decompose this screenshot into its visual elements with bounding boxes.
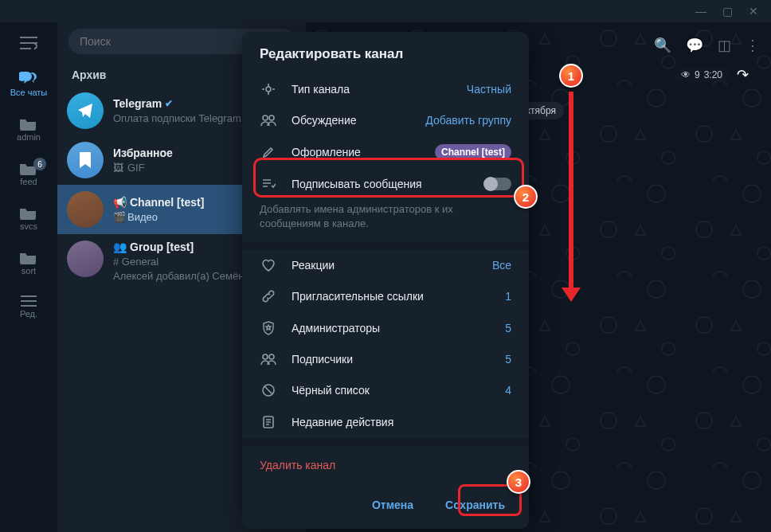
lock-icon — [260, 82, 277, 96]
video-icon: 🎬 — [113, 211, 124, 223]
log-icon — [260, 415, 277, 429]
save-button[interactable]: Сохранить — [432, 492, 518, 518]
close-button[interactable]: ✕ — [749, 5, 758, 18]
folder-badge: 6 — [33, 158, 46, 170]
modal-title: Редактировать канал — [242, 32, 529, 73]
gif-icon: 🖼 — [113, 162, 124, 174]
comments-icon[interactable]: 💬 — [686, 37, 703, 54]
row-delete-channel[interactable]: Удалить канал — [242, 446, 529, 484]
folder-feed[interactable]: 6 feed — [5, 156, 53, 193]
avatar-telegram — [67, 92, 104, 129]
design-badge: Channel [test] — [435, 144, 511, 160]
eye-icon: 👁 — [681, 69, 691, 80]
row-admins[interactable]: Администраторы 5 — [242, 312, 529, 344]
row-invite-links[interactable]: Пригласительные ссылки 1 — [242, 280, 529, 312]
group-icon — [260, 114, 277, 127]
annotation-marker-2: 2 — [514, 185, 538, 209]
sign-messages-description: Добавлять имена администраторов к их соо… — [242, 199, 529, 242]
svg-point-7 — [263, 354, 268, 359]
cancel-button[interactable]: Отмена — [359, 492, 426, 518]
more-icon[interactable]: ⋮ — [746, 37, 760, 54]
users-icon — [260, 353, 277, 366]
folders-sidebar: Все чаты admin 6 feed svcs sort Ред. — [0, 22, 57, 532]
group-icon: 👥 — [113, 241, 127, 253]
divider — [242, 438, 529, 446]
svg-point-8 — [269, 354, 274, 359]
row-subscribers[interactable]: Подписчики 5 — [242, 344, 529, 374]
maximize-button[interactable]: ▢ — [722, 5, 733, 18]
row-blacklist[interactable]: Чёрный список 4 — [242, 374, 529, 406]
folder-svcs[interactable]: svcs — [5, 201, 53, 237]
sidepanel-icon[interactable]: ◫ — [718, 37, 731, 54]
heart-icon — [260, 259, 277, 272]
folder-edit[interactable]: Ред. — [5, 290, 53, 325]
message-views: 👁 9 3:20 — [675, 68, 729, 82]
shield-icon — [260, 321, 277, 335]
divider — [242, 242, 529, 250]
folder-all-chats[interactable]: Все чаты — [5, 65, 53, 104]
annotation-marker-1: 1 — [559, 64, 583, 88]
folder-sort[interactable]: sort — [5, 245, 53, 282]
megaphone-icon: 📢 — [113, 196, 127, 209]
avatar-saved — [67, 142, 104, 178]
row-recent-actions[interactable]: Недавние действия — [242, 406, 529, 438]
annotation-marker-3: 3 — [507, 470, 530, 494]
ban-icon — [260, 383, 277, 397]
edit-channel-modal: Редактировать канал Тип канала Частный О… — [242, 32, 529, 529]
link-icon — [260, 289, 277, 303]
avatar — [67, 241, 104, 277]
avatar — [67, 191, 104, 228]
chat-header-actions: 🔍 💬 ◫ ⋮ — [654, 37, 760, 54]
row-discussion[interactable]: Обсуждение Добавить группу — [242, 105, 529, 135]
svg-point-6 — [269, 115, 274, 120]
menu-button[interactable] — [14, 29, 43, 57]
window-titlebar: — ▢ ✕ — [0, 0, 771, 22]
svg-point-4 — [266, 87, 271, 92]
row-channel-type[interactable]: Тип канала Частный — [242, 73, 529, 105]
search-icon[interactable]: 🔍 — [654, 37, 671, 54]
signature-icon — [260, 178, 277, 190]
row-reactions[interactable]: Реакции Все — [242, 250, 529, 280]
minimize-button[interactable]: — — [695, 5, 706, 18]
sign-messages-toggle[interactable] — [484, 178, 511, 190]
annotation-arrow — [569, 92, 573, 291]
row-design[interactable]: Оформление Channel [test] — [242, 135, 529, 169]
folder-admin[interactable]: admin — [5, 111, 53, 148]
brush-icon — [260, 145, 277, 159]
share-icon[interactable]: ↷ — [737, 66, 749, 84]
row-sign-messages[interactable]: Подписывать сообщения — [242, 169, 529, 199]
verified-icon: ✔ — [165, 98, 173, 109]
svg-point-5 — [263, 115, 268, 120]
